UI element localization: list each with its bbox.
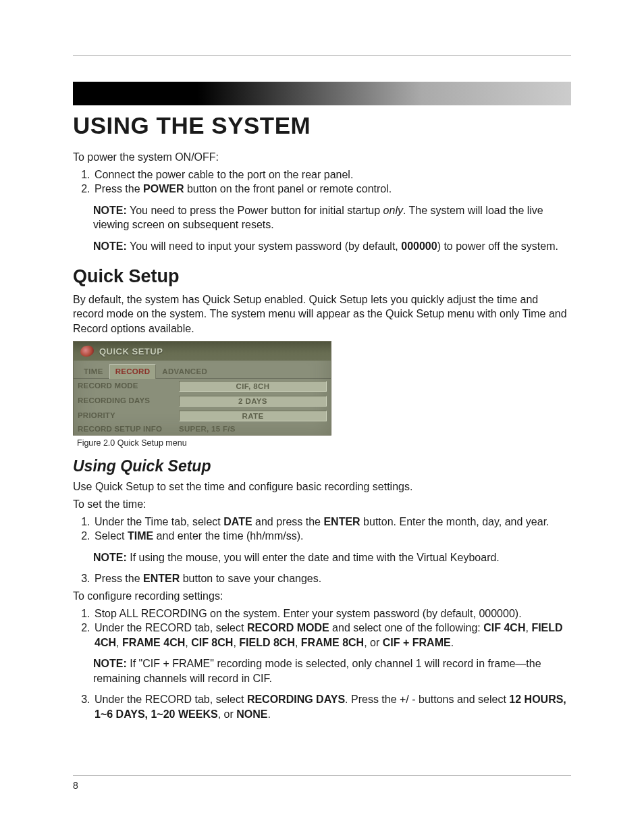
note-block: NOTE: You will need to input your system…: [93, 239, 571, 254]
quick-setup-menu: QUICK SETUP TIME RECORD ADVANCED RECORD …: [73, 341, 331, 436]
bold-text: FIELD 8CH: [239, 637, 295, 648]
list-item: Under the RECORD tab, select RECORD MODE…: [93, 621, 571, 650]
field-cell: RATE: [175, 409, 331, 423]
note-text: You need to press the Power button for i…: [127, 205, 383, 216]
field-label: RECORD MODE: [74, 379, 175, 394]
note-label: NOTE:: [93, 658, 127, 669]
step-text: button to save your changes.: [180, 573, 321, 584]
tab-record[interactable]: RECORD: [109, 364, 157, 379]
table-row: PRIORITY RATE: [74, 409, 331, 423]
note-block: NOTE: If "CIF + FRAME" recording mode is…: [93, 656, 571, 685]
note-text: If using the mouse, you will enter the d…: [127, 552, 500, 563]
field-cell: 2 DAYS: [175, 394, 331, 409]
logo-icon: [80, 345, 95, 358]
recording-steps-cont: Under the RECORD tab, select RECORDING D…: [73, 692, 571, 721]
section-banner: [73, 82, 571, 105]
menu-table: RECORD MODE CIF, 8CH RECORDING DAYS 2 DA…: [74, 379, 331, 436]
field-label: PRIORITY: [74, 409, 175, 423]
list-item: Press the ENTER button to save your chan…: [93, 571, 571, 586]
note-block: NOTE: If using the mouse, you will enter…: [93, 550, 571, 565]
figure: QUICK SETUP TIME RECORD ADVANCED RECORD …: [73, 341, 571, 448]
record-mode-field[interactable]: CIF, 8CH: [179, 381, 327, 392]
bold-text: CIF 8CH: [191, 637, 233, 648]
bold-text: FRAME 8CH: [301, 637, 364, 648]
step-text: Press the: [95, 183, 143, 194]
bold-text: NONE: [236, 708, 267, 720]
note-block: NOTE: You need to press the Power button…: [93, 203, 571, 232]
priority-field[interactable]: RATE: [179, 411, 327, 421]
power-steps: Connect the power cable to the port on t…: [73, 167, 571, 197]
page-footer: 8: [73, 775, 571, 791]
record-setup-info-value: SUPER, 15 F/S: [175, 423, 331, 436]
list-item: Select TIME and enter the time (hh/mm/ss…: [93, 529, 571, 544]
menu-tabs: TIME RECORD ADVANCED: [74, 361, 331, 379]
bold-text: POWER: [143, 183, 184, 194]
step-text: Under the RECORD tab, select: [95, 694, 247, 705]
tab-advanced[interactable]: ADVANCED: [156, 364, 213, 379]
recording-steps: Stop ALL RECORDING on the system. Enter …: [73, 606, 571, 650]
bold-text: 000000: [401, 240, 437, 252]
page-number: 8: [73, 780, 78, 791]
step-text: and select one of the following:: [329, 622, 484, 633]
step-text: Under the RECORD tab, select: [95, 622, 247, 633]
tab-time[interactable]: TIME: [78, 364, 109, 379]
note-text: ) to power off the system.: [437, 240, 558, 252]
section-heading: Quick Setup: [73, 266, 571, 287]
table-row: RECORDING DAYS 2 DAYS: [74, 394, 331, 409]
table-row: RECORD SETUP INFO SUPER, 15 F/S: [74, 423, 331, 436]
note-label: NOTE:: [93, 552, 127, 563]
figure-caption: Figure 2.0 Quick Setup menu: [77, 438, 571, 448]
step-text: Stop ALL RECORDING on the system. Enter …: [95, 608, 522, 619]
comma: ,: [116, 637, 122, 648]
bold-text: CIF 4CH: [483, 622, 525, 633]
bold-text: RECORD MODE: [247, 622, 329, 633]
step-text: and press the: [252, 516, 324, 527]
italic-text: only: [383, 205, 403, 216]
list-item: Stop ALL RECORDING on the system. Enter …: [93, 606, 571, 621]
step-text: button. Enter the month, day, and year.: [360, 516, 549, 527]
step-text: Connect the power cable to the port on t…: [95, 169, 353, 180]
bold-text: RECORDING DAYS: [247, 694, 345, 705]
table-row: RECORD MODE CIF, 8CH: [74, 379, 331, 394]
comma: ,: [233, 637, 239, 648]
bold-text: ENTER: [143, 573, 180, 584]
subsection-heading: Using Quick Setup: [73, 457, 571, 475]
time-steps-cont: Press the ENTER button to save your chan…: [73, 571, 571, 586]
step-text: Press the: [95, 573, 143, 584]
note-label: NOTE:: [93, 205, 127, 216]
note-text: You will need to input your system passw…: [127, 240, 401, 252]
field-label: RECORDING DAYS: [74, 394, 175, 409]
label-text: To set the time:: [73, 497, 571, 512]
or-text: , or: [218, 708, 237, 720]
top-rule: [73, 55, 571, 56]
list-item: Under the Time tab, select DATE and pres…: [93, 515, 571, 529]
list-item: Connect the power cable to the port on t…: [93, 167, 571, 182]
note-text: If "CIF + FRAME" recording mode is selec…: [93, 658, 541, 684]
period: .: [451, 637, 454, 648]
list-item: Press the POWER button on the front pane…: [93, 182, 571, 197]
bold-text: ENTER: [323, 516, 360, 527]
menu-title: QUICK SETUP: [99, 347, 163, 356]
comma: ,: [295, 637, 301, 648]
bold-text: TIME: [128, 530, 153, 542]
recording-days-field[interactable]: 2 DAYS: [179, 396, 327, 407]
field-cell: CIF, 8CH: [175, 379, 331, 394]
step-text: Select: [95, 530, 128, 542]
or-text: , or: [364, 637, 383, 648]
menu-header: QUICK SETUP: [74, 342, 331, 361]
note-label: NOTE:: [93, 240, 127, 252]
step-text: button on the front panel or remote cont…: [184, 183, 392, 194]
paragraph: By default, the system has Quick Setup e…: [73, 292, 571, 336]
bold-text: CIF + FRAME: [383, 637, 451, 648]
field-label: RECORD SETUP INFO: [74, 423, 175, 436]
bold-text: DATE: [223, 516, 252, 527]
page-title: USING THE SYSTEM: [73, 112, 571, 139]
step-text: . Press the +/ - buttons and select: [345, 694, 509, 705]
time-steps: Under the Time tab, select DATE and pres…: [73, 515, 571, 544]
manual-page: USING THE SYSTEM To power the system ON/…: [0, 0, 644, 834]
step-text: and enter the time (hh/mm/ss).: [153, 530, 303, 542]
label-text: To configure recording settings:: [73, 589, 571, 604]
step-text: Under the Time tab, select: [95, 516, 223, 527]
period: .: [267, 708, 270, 720]
intro-text: To power the system ON/OFF:: [73, 150, 571, 165]
